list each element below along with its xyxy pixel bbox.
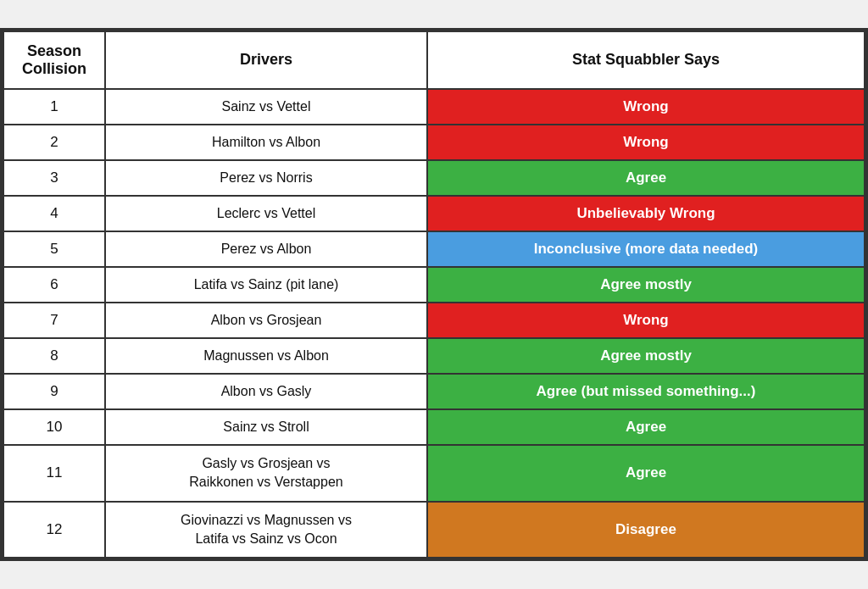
table-row: 9Albon vs GaslyAgree (but missed somethi…: [3, 374, 865, 409]
verdict-cell: Wrong: [427, 303, 865, 338]
drivers-cell: Gasly vs Grosjean vsRaikkonen vs Verstap…: [105, 445, 427, 502]
drivers-cell: Giovinazzi vs Magnussen vsLatifa vs Sain…: [105, 502, 427, 558]
season-number: 5: [3, 231, 105, 267]
drivers-cell: Albon vs Gasly: [105, 374, 427, 409]
verdict-cell: Unbelievably Wrong: [427, 196, 865, 231]
verdict-cell: Agree: [427, 445, 865, 502]
season-number: 3: [3, 160, 105, 196]
season-number: 4: [3, 196, 105, 231]
verdict-cell: Agree (but missed something...): [427, 374, 865, 409]
table-row: 5Perez vs AlbonInconclusive (more data n…: [3, 231, 865, 267]
season-number: 11: [3, 445, 105, 502]
table-row: 12Giovinazzi vs Magnussen vsLatifa vs Sa…: [3, 502, 865, 558]
season-number: 6: [3, 267, 105, 303]
main-table-container: Season Collision Drivers Stat Squabbler …: [0, 28, 868, 562]
season-number: 1: [3, 89, 105, 125]
season-number: 12: [3, 502, 105, 558]
table-row: 1Sainz vs VettelWrong: [3, 89, 865, 125]
table-row: 7Albon vs GrosjeanWrong: [3, 303, 865, 338]
table-row: 3Perez vs NorrisAgree: [3, 160, 865, 196]
col-header-drivers: Drivers: [105, 31, 427, 89]
table-row: 11Gasly vs Grosjean vsRaikkonen vs Verst…: [3, 445, 865, 502]
season-number: 8: [3, 338, 105, 374]
drivers-cell: Magnussen vs Albon: [105, 338, 427, 374]
verdict-cell: Inconclusive (more data needed): [427, 231, 865, 267]
season-number: 9: [3, 374, 105, 409]
table-row: 8Magnussen vs AlbonAgree mostly: [3, 338, 865, 374]
season-number: 2: [3, 125, 105, 160]
verdict-cell: Agree: [427, 409, 865, 445]
table-row: 4Leclerc vs VettelUnbelievably Wrong: [3, 196, 865, 231]
drivers-cell: Sainz vs Vettel: [105, 89, 427, 125]
drivers-cell: Hamilton vs Albon: [105, 125, 427, 160]
drivers-cell: Perez vs Albon: [105, 231, 427, 267]
verdict-cell: Agree mostly: [427, 267, 865, 303]
drivers-cell: Albon vs Grosjean: [105, 303, 427, 338]
verdict-cell: Disagree: [427, 502, 865, 558]
results-table: Season Collision Drivers Stat Squabbler …: [3, 31, 865, 559]
drivers-cell: Leclerc vs Vettel: [105, 196, 427, 231]
drivers-cell: Latifa vs Sainz (pit lane): [105, 267, 427, 303]
drivers-cell: Perez vs Norris: [105, 160, 427, 196]
table-header-row: Season Collision Drivers Stat Squabbler …: [3, 31, 865, 89]
table-row: 10Sainz vs StrollAgree: [3, 409, 865, 445]
verdict-cell: Agree mostly: [427, 338, 865, 374]
verdict-cell: Wrong: [427, 125, 865, 160]
table-row: 6Latifa vs Sainz (pit lane)Agree mostly: [3, 267, 865, 303]
season-number: 10: [3, 409, 105, 445]
col-header-verdict: Stat Squabbler Says: [427, 31, 865, 89]
col-header-season: Season Collision: [3, 31, 105, 89]
drivers-cell: Sainz vs Stroll: [105, 409, 427, 445]
season-number: 7: [3, 303, 105, 338]
verdict-cell: Agree: [427, 160, 865, 196]
table-row: 2Hamilton vs AlbonWrong: [3, 125, 865, 160]
verdict-cell: Wrong: [427, 89, 865, 125]
